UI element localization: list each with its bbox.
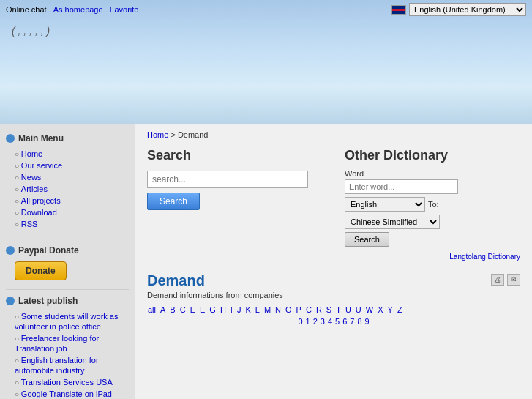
nav-our-service[interactable]: Our service <box>21 161 62 170</box>
alpha-K[interactable]: K <box>244 305 251 314</box>
num-2[interactable]: 2 <box>312 317 318 326</box>
top-links: Online chat As homepage Favorite <box>6 5 138 14</box>
latest-nav: Some students will work as volunteer in … <box>0 309 135 399</box>
latest-label: Latest publish <box>18 296 78 306</box>
latest-2[interactable]: Freelancer looking for Translation job <box>15 334 99 353</box>
sidebar-divider-1 <box>6 239 129 239</box>
as-homepage-link[interactable]: As homepage <box>53 5 103 14</box>
email-icon[interactable]: ✉ <box>507 274 520 286</box>
alpha-nav: all A B C E E G H I J <box>147 305 520 314</box>
word-input[interactable] <box>345 179 458 194</box>
search-input[interactable] <box>147 171 308 188</box>
alpha-Y[interactable]: Y <box>387 305 394 314</box>
alpha-E2[interactable]: E <box>199 305 206 314</box>
alpha-E1[interactable]: E <box>190 305 196 314</box>
list-item: All projects <box>15 195 135 206</box>
dict-to-row: Chinese Simplified English French German <box>345 215 520 232</box>
latest-icon <box>6 297 15 305</box>
alpha-A[interactable]: A <box>160 305 166 314</box>
top-bar: Online chat As homepage Favorite English… <box>0 0 532 19</box>
num-5[interactable]: 5 <box>334 317 340 326</box>
language-dropdown[interactable]: English (United Kingdom) <box>409 3 526 16</box>
num-7[interactable]: 7 <box>349 317 355 326</box>
favorite-link[interactable]: Favorite <box>110 5 139 14</box>
alpha-S[interactable]: S <box>326 305 332 314</box>
demand-subtitle: Demand informations from companies <box>147 291 283 299</box>
left-column: Search Search <box>147 148 333 261</box>
alpha-B[interactable]: B <box>169 305 176 314</box>
search-button[interactable]: Search <box>147 193 200 210</box>
num-9[interactable]: 9 <box>364 317 370 326</box>
breadcrumb-home[interactable]: Home <box>147 130 168 139</box>
paypal-header: Paypal Donate <box>0 242 135 258</box>
to-label: To: <box>428 200 439 209</box>
nav-news[interactable]: News <box>21 173 42 182</box>
alpha-O[interactable]: O <box>285 305 293 314</box>
nav-download[interactable]: Download <box>21 208 57 217</box>
alpha-X[interactable]: X <box>377 305 383 314</box>
print-icons: 🖨 ✉ <box>491 274 520 286</box>
latest-1[interactable]: Some students will work as volunteer in … <box>15 312 119 331</box>
latest-5[interactable]: Google Translate on iPad <box>21 389 112 398</box>
alpha-G[interactable]: G <box>209 305 217 314</box>
print-icon[interactable]: 🖨 <box>491 274 504 286</box>
alpha-M[interactable]: M <box>263 305 271 314</box>
main-menu-header: Main Menu <box>0 130 135 146</box>
nav-home[interactable]: Home <box>21 149 42 158</box>
alpha-U1[interactable]: U <box>345 305 352 314</box>
alpha-all[interactable]: all <box>147 305 157 314</box>
alpha-R[interactable]: R <box>315 305 323 314</box>
num-6[interactable]: 6 <box>342 317 348 326</box>
word-label: Word <box>345 169 520 178</box>
num-4[interactable]: 4 <box>327 317 333 326</box>
logo-text: ( , , , , , ) <box>12 25 50 37</box>
nav-all-projects[interactable]: All projects <box>21 196 61 205</box>
alpha-P[interactable]: P <box>296 305 302 314</box>
alpha-T[interactable]: T <box>335 305 342 314</box>
list-item: Articles <box>15 183 135 195</box>
num-8[interactable]: 8 <box>356 317 362 326</box>
lang-select-area: English (United Kingdom) <box>391 3 526 16</box>
content-area: Home > Demand Search Search Other Dictio… <box>135 124 532 399</box>
langtolang-link[interactable]: Langtolang Dictionary <box>345 253 520 261</box>
breadcrumb-separator: > <box>171 130 177 139</box>
num-0[interactable]: 0 <box>297 317 303 326</box>
alpha-N[interactable]: N <box>274 305 282 314</box>
donate-button[interactable]: Donate <box>15 261 67 280</box>
alpha-I[interactable]: I <box>230 305 233 314</box>
latest-3[interactable]: English translation for automobile indus… <box>15 356 99 375</box>
list-item: RSS <box>15 218 135 230</box>
alpha-C[interactable]: C <box>179 305 187 314</box>
nav-rss[interactable]: RSS <box>21 220 38 228</box>
alpha-U2[interactable]: U <box>355 305 362 314</box>
num-1[interactable]: 1 <box>305 317 311 326</box>
demand-title: Demand <box>147 272 283 289</box>
other-dict-title: Other Dictionary <box>345 148 520 163</box>
list-item: English translation for automobile indus… <box>15 354 135 376</box>
search-title: Search <box>147 148 333 163</box>
alpha-W[interactable]: W <box>365 305 374 314</box>
alpha-H[interactable]: H <box>220 305 227 314</box>
alpha-C2[interactable]: C <box>305 305 312 314</box>
num-3[interactable]: 3 <box>320 317 326 326</box>
list-item: Download <box>15 206 135 218</box>
list-item: Home <box>15 148 135 160</box>
logo-area: ( , , , , , ) <box>0 19 532 42</box>
latest-4[interactable]: Translation Services USA <box>21 378 113 387</box>
alpha-L[interactable]: L <box>255 305 261 314</box>
alpha-J[interactable]: J <box>236 305 242 314</box>
list-item: Freelancer looking for Translation job <box>15 332 135 354</box>
list-item: Our service <box>15 160 135 171</box>
demand-title-area: Demand Demand informations from companie… <box>147 272 283 305</box>
alpha-Z[interactable]: Z <box>397 305 403 314</box>
sidebar-divider-2 <box>6 289 129 290</box>
sidebar: Main Menu Home Our service News Articles… <box>0 124 135 399</box>
demand-header-row: Demand Demand informations from companie… <box>147 272 520 305</box>
paypal-icon <box>6 246 15 255</box>
dict-search-button[interactable]: Search <box>345 232 389 247</box>
dict-from-row: English French German Spanish To: <box>345 197 520 212</box>
to-language-select[interactable]: Chinese Simplified English French German <box>345 215 440 229</box>
nav-articles[interactable]: Articles <box>21 184 48 193</box>
from-language-select[interactable]: English French German Spanish <box>345 197 425 212</box>
list-item: Google Translate on iPad <box>15 388 135 399</box>
